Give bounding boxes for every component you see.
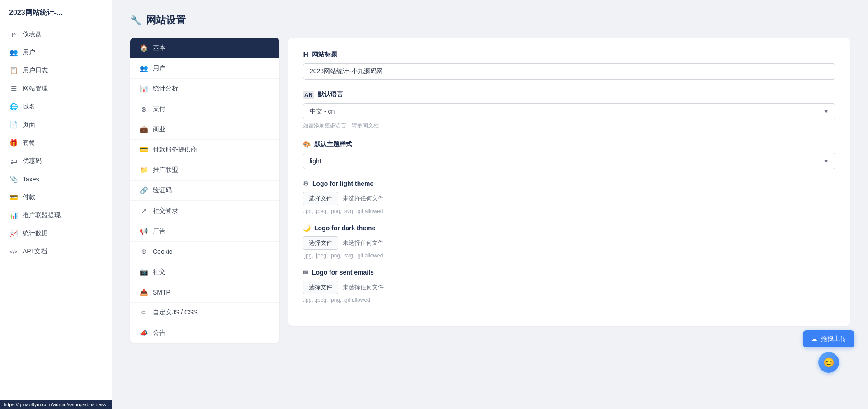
sidebar-item-pages-label: 页面 xyxy=(23,121,35,129)
logo-light-upload-row: 选择文件 未选择任何文件 xyxy=(303,192,835,205)
logo-dark-upload-row: 选择文件 未选择任何文件 xyxy=(303,236,835,250)
users-nav-icon: 👥 xyxy=(139,64,148,72)
sidebar-item-api-label: API 文档 xyxy=(23,247,47,256)
cloud-upload-icon: ☁ xyxy=(811,335,817,342)
sidebar-item-payment[interactable]: 💳 付款 xyxy=(0,188,112,206)
sidebar-item-affiliate[interactable]: 📊 推广联盟提现 xyxy=(0,206,112,224)
sidebar-item-taxes[interactable]: 📎 Taxes xyxy=(0,170,112,188)
logo-dark-hint: .jpg, .jpeg, .png, .svg, .gif allowed. xyxy=(303,252,835,259)
nav-item-announcement[interactable]: 📣 公告 xyxy=(130,323,279,343)
nav-item-social-label: 社交 xyxy=(153,268,165,276)
nav-item-affiliate[interactable]: 📁 推广联盟 xyxy=(130,160,279,181)
email-icon: ✉ xyxy=(303,269,308,276)
logo-email-choose-btn[interactable]: 选择文件 xyxy=(303,281,338,294)
nav-item-smtp[interactable]: 📤 SMTP xyxy=(130,282,279,303)
nav-item-ads-label: 广告 xyxy=(153,227,165,235)
logo-email-upload-row: 选择文件 未选择任何文件 xyxy=(303,281,835,294)
nav-item-ads[interactable]: 📢 广告 xyxy=(130,221,279,242)
logo-dark-choose-btn[interactable]: 选择文件 xyxy=(303,236,338,250)
nav-item-payment[interactable]: $ 支付 xyxy=(130,99,279,119)
payment-icon: 💳 xyxy=(9,193,18,201)
pages-icon: 📄 xyxy=(9,121,18,129)
home-icon: 🏠 xyxy=(139,44,148,52)
sidebar: 2023网站统计-... 🖥 仪表盘 👥 用户 📋 用户日志 ☰ 网站管理 🌐 … xyxy=(0,0,112,409)
nav-item-social[interactable]: 📷 社交 xyxy=(130,262,279,282)
lang-icon: AN xyxy=(303,91,314,99)
sidebar-item-domain-label: 域名 xyxy=(23,103,35,111)
wrench-icon: 🔧 xyxy=(130,15,142,26)
logo-email-no-file: 未选择任何文件 xyxy=(343,283,384,291)
nav-item-stats[interactable]: 📊 统计分析 xyxy=(130,79,279,99)
sidebar-item-coupons[interactable]: 🏷 优惠码 xyxy=(0,152,112,170)
nav-item-custom-js-css-label: 自定义JS / CSS xyxy=(153,309,198,317)
nav-item-cookie[interactable]: ⊕ Cookie xyxy=(130,242,279,262)
stats-icon: 📈 xyxy=(9,229,18,238)
lang-hint: 如需添加更多语言，请参阅文档 xyxy=(303,122,835,129)
sidebar-item-user-logs[interactable]: 📋 用户日志 xyxy=(0,62,112,80)
sidebar-item-site-manage[interactable]: ☰ 网站管理 xyxy=(0,80,112,98)
settings-nav: 🏠 基本 👥 用户 📊 统计分析 $ 支付 💼 商业 💳 付款服务提供商 xyxy=(130,38,279,343)
sidebar-item-site-manage-label: 网站管理 xyxy=(23,85,48,93)
sidebar-item-dashboard[interactable]: 🖥 仪表盘 xyxy=(0,25,112,43)
nav-item-announcement-label: 公告 xyxy=(153,329,165,337)
nav-item-users[interactable]: 👥 用户 xyxy=(130,58,279,79)
nav-item-basic[interactable]: 🏠 基本 xyxy=(130,38,279,58)
nav-item-social-login-label: 社交登录 xyxy=(153,207,178,215)
sidebar-item-affiliate-label: 推广联盟提现 xyxy=(23,211,61,219)
logo-light-choose-btn[interactable]: 选择文件 xyxy=(303,192,338,205)
site-title-section: H 网站标题 xyxy=(303,51,835,80)
nav-item-smtp-label: SMTP xyxy=(153,289,170,296)
folder-nav-icon: 📁 xyxy=(139,166,148,174)
site-title-input[interactable] xyxy=(303,63,835,80)
user-logs-icon: 📋 xyxy=(9,67,18,75)
settings-form: H 网站标题 AN 默认语言 中文 - cn ▼ 如需添加更多语言，请参阅文档 xyxy=(288,38,850,326)
nav-item-social-login[interactable]: ↗ 社交登录 xyxy=(130,201,279,221)
logo-email-label: ✉ Logo for sent emails xyxy=(303,269,835,276)
sidebar-item-packages-label: 套餐 xyxy=(23,139,35,147)
coupons-icon: 🏷 xyxy=(9,157,18,165)
default-theme-select[interactable]: light xyxy=(303,153,835,169)
sidebar-item-stats[interactable]: 📈 统计数据 xyxy=(0,224,112,243)
sidebar-item-pages[interactable]: 📄 页面 xyxy=(0,116,112,134)
nav-item-verify[interactable]: 🔗 验证码 xyxy=(130,181,279,201)
sidebar-item-stats-label: 统计数据 xyxy=(23,229,48,238)
default-lang-select-wrapper: 中文 - cn ▼ xyxy=(303,103,835,119)
nav-item-payment-provider[interactable]: 💳 付款服务提供商 xyxy=(130,140,279,160)
sidebar-item-users[interactable]: 👥 用户 xyxy=(0,43,112,62)
h-icon: H xyxy=(303,51,308,59)
avatar[interactable]: 😊 xyxy=(818,352,839,373)
user-avatar-icon: 😊 xyxy=(823,357,835,368)
nav-item-stats-label: 统计分析 xyxy=(153,85,178,93)
sidebar-item-api[interactable]: </> API 文档 xyxy=(0,243,112,261)
camera-nav-icon: 📷 xyxy=(139,268,148,276)
sidebar-item-dashboard-label: 仪表盘 xyxy=(23,30,42,38)
smtp-nav-icon: 📤 xyxy=(139,288,148,296)
floating-upload-area: ☁ 拖拽上传 😊 xyxy=(803,330,854,373)
drag-upload-button[interactable]: ☁ 拖拽上传 xyxy=(803,330,854,347)
main-content: 🔧 网站设置 🏠 基本 👥 用户 📊 统计分析 $ 支付 💼 xyxy=(112,0,868,409)
site-title-label: H 网站标题 xyxy=(303,51,835,59)
theme-icon: 🎨 xyxy=(303,141,311,148)
nav-item-custom-js-css[interactable]: ✏ 自定义JS / CSS xyxy=(130,303,279,323)
default-lang-section: AN 默认语言 中文 - cn ▼ 如需添加更多语言，请参阅文档 xyxy=(303,90,835,129)
logo-email-section: ✉ Logo for sent emails 选择文件 未选择任何文件 .jpg… xyxy=(303,269,835,303)
nav-item-verify-label: 验证码 xyxy=(153,186,172,195)
briefcase-nav-icon: 💼 xyxy=(139,125,148,133)
moon-icon: 🌙 xyxy=(303,224,311,232)
default-lang-select[interactable]: 中文 - cn xyxy=(303,103,835,119)
ads-nav-icon: 📢 xyxy=(139,227,148,235)
default-theme-section: 🎨 默认主题样式 light ▼ xyxy=(303,140,835,169)
nav-item-basic-label: 基本 xyxy=(153,44,165,52)
pencil-nav-icon: ✏ xyxy=(139,309,148,317)
logo-dark-no-file: 未选择任何文件 xyxy=(343,239,384,247)
content-layout: 🏠 基本 👥 用户 📊 统计分析 $ 支付 💼 商业 💳 付款服务提供商 xyxy=(130,38,850,343)
nav-item-users-label: 用户 xyxy=(153,64,165,72)
nav-item-affiliate-label: 推广联盟 xyxy=(153,166,178,174)
nav-item-business[interactable]: 💼 商业 xyxy=(130,119,279,140)
logo-email-hint: .jpg, .jpeg, .png, .gif allowed. xyxy=(303,297,835,303)
sidebar-item-domain[interactable]: 🌐 域名 xyxy=(0,98,112,116)
sidebar-item-payment-label: 付款 xyxy=(23,193,35,201)
nav-item-payment-provider-label: 付款服务提供商 xyxy=(153,146,197,154)
cookie-nav-icon: ⊕ xyxy=(139,247,148,256)
sidebar-item-packages[interactable]: 🎁 套餐 xyxy=(0,134,112,152)
